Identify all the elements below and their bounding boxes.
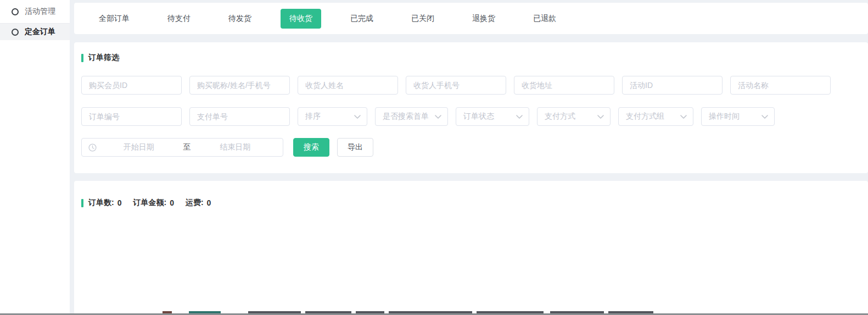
buyer-nickname-name-phone-input[interactable] [189, 76, 290, 95]
circle-icon [12, 8, 19, 15]
date-separator: 至 [181, 142, 193, 152]
select-placeholder: 操作时间 [709, 112, 740, 121]
activity-name-input[interactable] [730, 76, 831, 95]
filter-title-text: 订单筛选 [88, 53, 119, 63]
freight-value: 0 [207, 198, 211, 207]
clock-icon [88, 143, 97, 152]
order-count-label: 订单数: [88, 198, 114, 208]
consignee-phone-input[interactable] [406, 76, 506, 95]
accent-bar [81, 199, 83, 207]
tab-refunded[interactable]: 已退款 [524, 9, 565, 29]
tab-pending-shipment[interactable]: 待发货 [220, 9, 260, 29]
select-placeholder: 支付方式 [545, 112, 575, 121]
order-results-panel: 订单数: 0 订单金额: 0 运费: 0 [74, 181, 868, 315]
start-date-placeholder[interactable]: 开始日期 [97, 142, 181, 152]
order-number-input[interactable] [81, 107, 182, 126]
order-count-value: 0 [117, 198, 122, 207]
consignee-name-input[interactable] [298, 76, 398, 95]
chevron-down-icon [435, 115, 441, 119]
filter-row-1 [81, 76, 861, 95]
tab-closed[interactable]: 已关闭 [402, 9, 443, 29]
select-placeholder: 订单状态 [463, 112, 494, 121]
order-amount-stat: 订单金额: 0 [133, 198, 173, 208]
sort-select[interactable]: 排序 [298, 107, 367, 126]
order-filter-panel: 订单筛选 排序 [74, 42, 868, 173]
tab-pending-payment[interactable]: 待支付 [159, 9, 199, 29]
sidebar-item-label: 定金订单 [25, 27, 55, 37]
chevron-down-icon [354, 115, 361, 119]
freight-stat: 运费: 0 [186, 198, 211, 208]
filter-row-2: 排序 是否搜索首单 订单状态 [81, 107, 861, 126]
filter-row-3: 开始日期 至 结束日期 搜索 导出 [81, 138, 861, 157]
tab-all-orders[interactable]: 全部订单 [90, 9, 138, 29]
accent-bar [81, 54, 83, 62]
payment-method-group-select[interactable]: 支付方式组 [618, 107, 693, 126]
first-order-search-select[interactable]: 是否搜索首单 [375, 107, 448, 126]
order-summary: 订单数: 0 订单金额: 0 运费: 0 [81, 198, 861, 208]
select-placeholder: 排序 [305, 112, 321, 121]
sidebar-item-activity-management[interactable]: 活动管理 [0, 0, 70, 23]
chevron-down-icon [680, 115, 687, 119]
export-button[interactable]: 导出 [337, 138, 373, 157]
tab-pending-receipt[interactable]: 待收货 [281, 9, 321, 29]
chevron-down-icon [597, 115, 604, 119]
payment-method-select[interactable]: 支付方式 [537, 107, 611, 126]
sidebar-item-label: 活动管理 [25, 7, 55, 16]
chevron-down-icon [516, 115, 523, 119]
tab-completed[interactable]: 已完成 [341, 9, 382, 29]
sidebar-item-deposit-orders[interactable]: 定金订单 [0, 23, 70, 40]
circle-icon [12, 29, 19, 36]
order-amount-label: 订单金额: [133, 198, 166, 208]
order-count-stat: 订单数: 0 [88, 198, 121, 208]
date-range-picker[interactable]: 开始日期 至 结束日期 [81, 138, 283, 157]
order-status-tabs: 全部订单 待支付 待发货 待收货 已完成 已关闭 退换货 已退款 [74, 3, 868, 34]
shipping-address-input[interactable] [514, 76, 614, 95]
sidebar: 活动管理 定金订单 [0, 0, 74, 315]
freight-label: 运费: [186, 198, 204, 208]
select-placeholder: 支付方式组 [626, 112, 664, 121]
app-window: 活动管理 定金订单 全部订单 待支付 待发货 待收货 已完成 已关闭 退换货 已… [0, 0, 868, 315]
search-button[interactable]: 搜索 [293, 138, 329, 157]
operation-time-select[interactable]: 操作时间 [701, 107, 775, 126]
tab-returns[interactable]: 退换货 [463, 9, 504, 29]
end-date-placeholder[interactable]: 结束日期 [193, 142, 278, 152]
main-content: 全部订单 待支付 待发货 待收货 已完成 已关闭 退换货 已退款 订单筛选 [74, 0, 868, 315]
buyer-member-id-input[interactable] [81, 76, 182, 95]
order-amount-value: 0 [170, 198, 174, 207]
filter-section-title: 订单筛选 [81, 53, 861, 63]
select-placeholder: 是否搜索首单 [383, 112, 429, 121]
activity-id-input[interactable] [622, 76, 723, 95]
chevron-down-icon [761, 115, 768, 119]
payment-number-input[interactable] [189, 107, 290, 126]
order-status-select[interactable]: 订单状态 [456, 107, 529, 126]
